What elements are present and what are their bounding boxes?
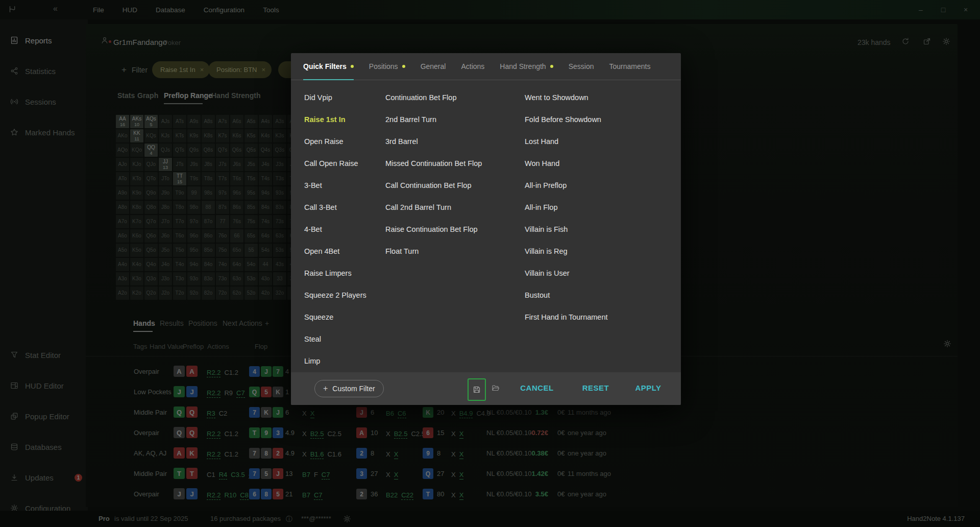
filter-item-all-in-flop[interactable]: All-in Flop xyxy=(525,196,608,218)
cancel-button[interactable]: CANCEL xyxy=(516,384,558,392)
filter-item-won-hand[interactable]: Won Hand xyxy=(525,152,608,174)
filter-item-open-4bet[interactable]: Open 4Bet xyxy=(304,240,366,262)
unsaved-changes-dot xyxy=(550,65,553,68)
filters-modal-footer: + Custom Filter CANCEL RESET APPLY xyxy=(291,372,681,405)
filter-item-2nd-barrel-turn[interactable]: 2nd Barrel Turn xyxy=(385,108,482,130)
filter-item-lost-hand[interactable]: Lost Hand xyxy=(525,130,608,152)
filters-tab-label: General xyxy=(421,62,446,70)
filter-item-bustout[interactable]: Bustout xyxy=(525,284,608,306)
filters-tab-session[interactable]: Session xyxy=(569,53,594,80)
unsaved-changes-dot xyxy=(402,65,405,68)
filter-item-squeeze-2-players[interactable]: Squeeze 2 Players xyxy=(304,284,366,306)
filters-tab-tournaments[interactable]: Tournaments xyxy=(609,53,650,80)
open-filter-folder-button[interactable] xyxy=(492,384,500,394)
filter-item-missed-continuation-bet-flop[interactable]: Missed Continuation Bet Flop xyxy=(385,152,482,174)
filter-item-villain-is-fish[interactable]: Villain is Fish xyxy=(525,218,608,240)
filter-item-raise-1st-in[interactable]: Raise 1st In xyxy=(304,108,366,130)
filter-item-call-open-raise[interactable]: Call Open Raise xyxy=(304,152,366,174)
filters-modal: Quick FiltersPositionsGeneralActionsHand… xyxy=(291,53,681,405)
filter-item-villain-is-reg[interactable]: Villain is Reg xyxy=(525,240,608,262)
filter-item-call-3-bet[interactable]: Call 3-Bet xyxy=(304,196,366,218)
app-window: « FileHUDDatabaseConfigurationTools –□× … xyxy=(0,0,980,527)
filters-tab-quick-filters[interactable]: Quick Filters xyxy=(303,53,354,80)
filter-item-fold-before-showdown[interactable]: Fold Before Showdown xyxy=(525,108,608,130)
custom-filter-button[interactable]: + Custom Filter xyxy=(314,380,384,397)
filter-item-squeeze[interactable]: Squeeze xyxy=(304,306,366,328)
filter-item-limp[interactable]: Limp xyxy=(304,350,366,372)
plus-icon: + xyxy=(323,384,328,393)
filters-tab-label: Positions xyxy=(369,62,398,70)
filters-tab-label: Tournaments xyxy=(609,62,650,70)
filters-tab-hand-strength[interactable]: Hand Strength xyxy=(500,53,553,80)
filters-column-2: Continuation Bet Flop2nd Barrel Turn3rd … xyxy=(385,86,482,262)
filter-item-call-2nd-barrel-turn[interactable]: Call 2nd Barrel Turn xyxy=(385,196,482,218)
filter-item-4-bet[interactable]: 4-Bet xyxy=(304,218,366,240)
unsaved-changes-dot xyxy=(351,65,354,68)
filter-item-raise-continuation-bet-flop[interactable]: Raise Continuation Bet Flop xyxy=(385,218,482,240)
filters-modal-tabs: Quick FiltersPositionsGeneralActionsHand… xyxy=(291,53,681,80)
filters-tab-label: Hand Strength xyxy=(500,62,546,70)
filters-tab-general[interactable]: General xyxy=(421,53,446,80)
apply-button[interactable]: APPLY xyxy=(630,384,667,392)
filters-column-1: Did VpipRaise 1st InOpen RaiseCall Open … xyxy=(304,86,366,372)
filters-tab-label: Session xyxy=(569,62,594,70)
filter-item-went-to-showdown[interactable]: Went to Showdown xyxy=(525,86,608,108)
filters-tab-label: Actions xyxy=(461,62,484,70)
filter-item-3-bet[interactable]: 3-Bet xyxy=(304,174,366,196)
filter-item-open-raise[interactable]: Open Raise xyxy=(304,130,366,152)
filters-column-3: Went to ShowdownFold Before ShowdownLost… xyxy=(525,86,608,328)
filter-item-3rd-barrel[interactable]: 3rd Barrel xyxy=(385,130,482,152)
filters-modal-body: Did VpipRaise 1st InOpen RaiseCall Open … xyxy=(291,80,681,373)
filter-item-villain-is-user[interactable]: Villain is User xyxy=(525,262,608,284)
filters-tab-positions[interactable]: Positions xyxy=(369,53,405,80)
filter-item-did-vpip[interactable]: Did Vpip xyxy=(304,86,366,108)
filter-item-float-turn[interactable]: Float Turn xyxy=(385,240,482,262)
filter-item-continuation-bet-flop[interactable]: Continuation Bet Flop xyxy=(385,86,482,108)
filters-tab-label: Quick Filters xyxy=(303,62,347,70)
save-filter-button[interactable] xyxy=(468,378,486,401)
filter-item-steal[interactable]: Steal xyxy=(304,328,366,350)
filter-item-raise-limpers[interactable]: Raise Limpers xyxy=(304,262,366,284)
filter-item-all-in-preflop[interactable]: All-in Preflop xyxy=(525,174,608,196)
reset-button[interactable]: RESET xyxy=(578,384,614,392)
filters-tab-actions[interactable]: Actions xyxy=(461,53,484,80)
filter-item-call-continuation-bet-flop[interactable]: Call Continuation Bet Flop xyxy=(385,174,482,196)
filter-item-first-hand-in-tournament[interactable]: First Hand in Tournament xyxy=(525,306,608,328)
